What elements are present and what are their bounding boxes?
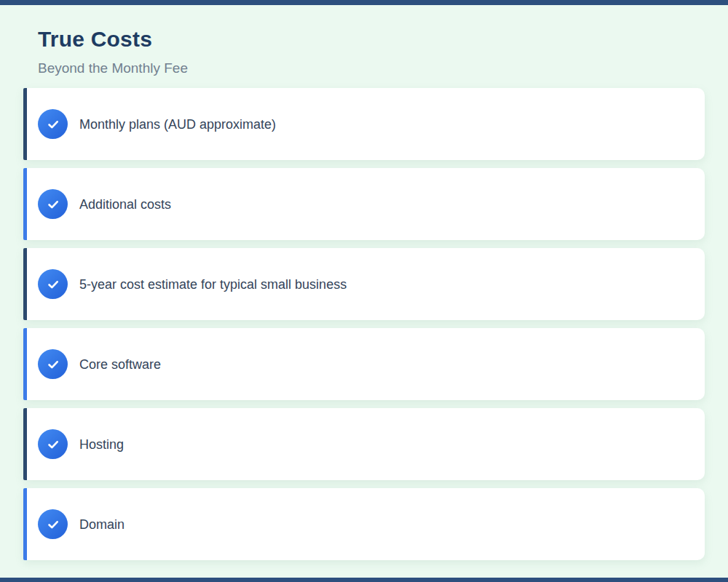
checklist-card[interactable]: Core software — [23, 328, 705, 400]
bottom-accent-bar — [0, 578, 728, 582]
card-label: Hosting — [79, 436, 124, 453]
card-label: 5-year cost estimate for typical small b… — [79, 276, 347, 292]
card-label: Core software — [79, 356, 161, 372]
card-label: Domain — [79, 517, 124, 533]
checklist-card[interactable]: Additional costs — [23, 168, 705, 240]
checkmark-icon — [38, 269, 68, 299]
checklist-card[interactable]: Domain — [23, 488, 705, 560]
page-header: True Costs Beyond the Monthly Fee — [0, 0, 728, 76]
checklist-card[interactable]: 5-year cost estimate for typical small b… — [23, 248, 705, 320]
slide-page: True Costs Beyond the Monthly Fee Monthl… — [0, 0, 728, 582]
card-label: Additional costs — [79, 196, 171, 212]
checkmark-icon — [38, 509, 68, 539]
card-label: Monthly plans (AUD approximate) — [79, 116, 276, 132]
checklist-card[interactable]: Hosting — [23, 408, 705, 480]
checkmark-icon — [38, 349, 68, 379]
checkmark-icon — [38, 109, 68, 139]
page-title: True Costs — [38, 28, 690, 51]
checkmark-icon — [38, 189, 68, 219]
card-list: Monthly plans (AUD approximate) Addition… — [23, 88, 705, 560]
checkmark-icon — [38, 429, 68, 459]
page-subtitle: Beyond the Monthly Fee — [38, 60, 690, 76]
checklist-card[interactable]: Monthly plans (AUD approximate) — [23, 88, 705, 160]
top-accent-bar — [0, 0, 728, 5]
